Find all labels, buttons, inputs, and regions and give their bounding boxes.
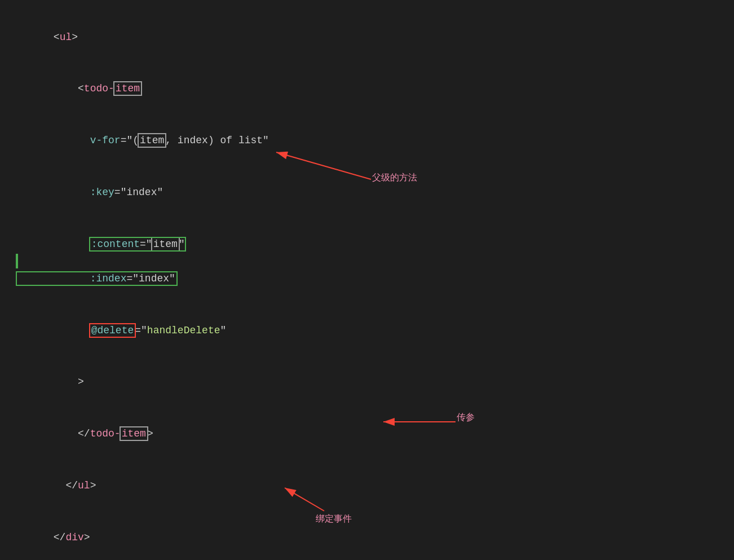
code-block: <ul> <todo-item v-for="(item, index) of …: [0, 0, 734, 560]
line-ul-open: <ul>: [17, 11, 717, 63]
line-div-close: </div>: [17, 512, 717, 560]
line-content-index-group: :content="item" :index="index": [17, 218, 717, 305]
annotation-chuancan: 传参: [457, 412, 475, 424]
line-v-for: v-for="(item, index) of list": [17, 115, 717, 167]
line-ul-close: </ul>: [17, 460, 717, 512]
line-close-bracket: >: [17, 356, 717, 408]
line-key: :key="index": [17, 166, 717, 218]
html-section: <ul> <todo-item v-for="(item, index) of …: [17, 11, 717, 560]
line-todo-item-open: <todo-item: [17, 63, 717, 115]
annotation-bangding: 绑定事件: [316, 513, 352, 525]
annotation-fuji: 父级的方法: [372, 172, 417, 184]
line-delete: @delete="handleDelete": [17, 305, 717, 356]
line-todo-item-close: </todo-item>: [17, 408, 717, 460]
